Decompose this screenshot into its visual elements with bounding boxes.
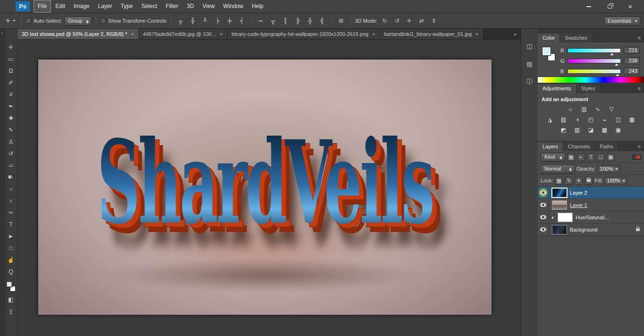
dodge-tool[interactable]: ♀ [6,197,16,205]
hue-saturation-button[interactable]: ▧ [559,116,568,123]
lock-transparent-pixels-button[interactable]: ▦ [555,177,563,185]
3d-slide-button[interactable]: ⇄ [416,16,426,26]
layer-mask-thumbnail[interactable] [558,213,573,222]
show-transform-controls-checkbox[interactable] [101,18,106,24]
distribute-left-edges-button[interactable]: ╠ [293,16,303,26]
layer-thumbnail[interactable] [552,188,567,198]
collapse-tools-icon[interactable]: » [1,31,3,35]
distribute-right-edges-button[interactable]: ╣ [317,16,327,26]
levels-button[interactable]: ▥ [580,105,588,113]
red-slider[interactable] [568,48,621,53]
layer-row-background[interactable]: Background [538,224,644,236]
move-tool[interactable]: ✛ [6,43,16,51]
rectangular-marquee-tool[interactable]: ▭ [6,55,16,63]
visibility-toggle[interactable] [538,187,549,198]
histogram-panel-icon[interactable]: ▤ [525,59,535,69]
layer-name[interactable]: Layer 2 [570,190,644,196]
filter-kind-dropdown[interactable]: Kind [541,153,565,162]
spot-healing-brush-tool[interactable]: ✚ [6,114,16,122]
close-tab-icon[interactable]: × [475,31,478,37]
color-lookup-button[interactable]: ▦ [628,116,636,123]
path-selection-tool[interactable]: ► [6,232,16,240]
menu-help[interactable]: Help [247,0,268,13]
blend-mode-dropdown[interactable]: Normal [541,164,575,173]
canvas-pasteboard[interactable]: ShardVeils [17,40,521,336]
black-white-button[interactable]: ◰ [587,116,595,123]
menu-filter[interactable]: Filter [161,0,183,13]
auto-select-checkbox[interactable] [26,18,31,24]
tab-adjustments[interactable]: Adjustments [538,84,576,93]
align-left-edges-button[interactable]: ╞ [212,16,222,26]
lock-position-button[interactable]: ✛ [575,177,583,185]
distribute-vertical-centers-button[interactable]: ╦ [268,16,278,26]
vibrance-button[interactable]: ◮ [546,116,554,123]
red-slider-thumb[interactable] [610,51,614,55]
close-tab-icon[interactable]: × [372,31,375,37]
visibility-toggle[interactable] [538,224,549,235]
invert-button[interactable]: ◩ [559,126,568,134]
layer-row-layer2[interactable]: Layer 2 [538,187,644,199]
menu-layer[interactable]: Layer [93,0,116,13]
auto-align-layers-button[interactable]: ⊞ [336,16,346,26]
filter-adjustment-layers-button[interactable]: ◐ [577,153,585,161]
photo-filter-button[interactable]: ◒ [601,116,609,123]
menu-view[interactable]: View [198,0,219,13]
layer-name[interactable]: Layer 1 [570,202,644,208]
properties-panel-icon[interactable]: ◫ [525,41,535,51]
filter-type-layers-button[interactable]: T [587,153,595,161]
gradient-tool[interactable] [6,173,16,181]
layer-row-hue-saturation[interactable]: ◐ Hue/Saturati... [538,211,644,224]
adjustments-panel-menu-icon[interactable]: ≡ [635,84,644,93]
quick-mask-button[interactable]: ◧ [6,295,16,303]
tab-layers[interactable]: Layers [538,142,563,151]
gradient-map-button[interactable]: ▩ [601,126,609,134]
menu-file[interactable]: File [34,0,51,13]
document-tab[interactable]: 44579ade8d7ed0b.jpg @ 100... × [139,29,228,39]
tab-color[interactable]: Color [538,34,560,43]
threshold-button[interactable]: ◪ [587,126,595,134]
tab-swatches[interactable]: Swatches [560,34,593,43]
visibility-toggle[interactable] [538,211,549,223]
layer-row-layer1[interactable]: Layer 1 [538,199,644,211]
layer-thumbnail[interactable] [552,225,567,234]
blur-tool[interactable]: ○ [6,185,16,193]
layer-filter-toggle[interactable] [632,155,641,160]
menu-edit[interactable]: Edit [51,0,69,13]
color-panel-menu-icon[interactable]: ≡ [635,34,644,43]
lasso-tool[interactable]: Ω [6,67,16,75]
distribute-top-edges-button[interactable]: ═ [256,16,266,26]
distribute-bottom-edges-button[interactable]: ║ [280,16,290,26]
green-slider[interactable] [568,59,621,63]
eraser-tool[interactable]: ▱ [6,161,16,169]
tool-preset-button[interactable]: ✛ [4,16,17,26]
align-top-edges-button[interactable]: ╥ [176,16,186,26]
3d-scale-button[interactable]: ⇕ [429,16,439,26]
close-tab-icon[interactable]: × [220,31,222,37]
toolbar-color-swatches[interactable] [6,281,16,292]
left-dock-edge[interactable]: » [0,29,5,336]
zoom-tool[interactable]: Q [6,267,16,276]
close-tab-icon[interactable]: × [131,31,134,37]
filter-pixel-layers-button[interactable]: ▦ [567,153,575,161]
opacity-value-field[interactable]: 100% [597,165,619,172]
tab-channels[interactable]: Channels [563,142,595,151]
color-spectrum-ramp[interactable] [538,77,644,83]
align-horizontal-centers-button[interactable]: ╪ [225,16,235,26]
document-tab[interactable]: kartandtinki1_binary-wallpaper_01.jpg × [380,29,483,39]
lock-all-button[interactable] [585,177,593,185]
document-tab-active[interactable]: 3D text showa.psd @ 50% (Layer 2, RGB/8)… [17,29,139,39]
document-tab[interactable]: binary-code-typography-hd-wallpaper-1920… [228,29,380,39]
align-right-edges-button[interactable]: ╡ [237,16,247,26]
green-value-field[interactable]: 238 [624,57,640,64]
close-button[interactable]: × [624,2,636,11]
tab-overflow-button[interactable]: » [509,29,521,39]
color-balance-button[interactable]: ◑ [573,116,582,123]
history-brush-tool[interactable]: ↺ [6,149,16,157]
lock-image-pixels-button[interactable]: ✎ [565,177,573,185]
align-vertical-centers-button[interactable]: ╫ [188,16,198,26]
curves-button[interactable]: ∿ [593,105,602,113]
blue-slider-thumb[interactable] [616,72,619,76]
selective-color-button[interactable]: ▣ [614,126,623,134]
menu-image[interactable]: Image [69,0,93,13]
eyedropper-tool[interactable]: ✒ [6,102,16,110]
